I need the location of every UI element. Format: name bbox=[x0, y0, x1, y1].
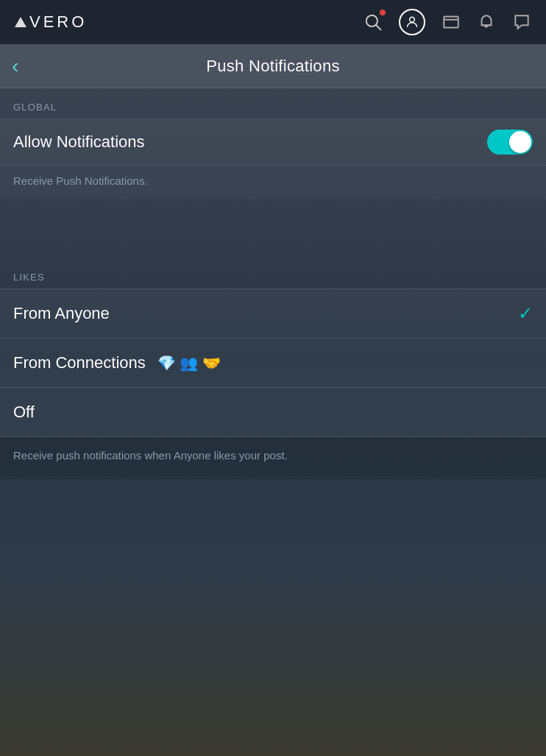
option-from-connections-label: From Connections 💎 👥 🤝 bbox=[13, 353, 221, 372]
option-off-label: Off bbox=[13, 403, 35, 422]
search-icon-nav[interactable] bbox=[364, 13, 383, 32]
logo-triangle bbox=[15, 17, 26, 27]
allow-notifications-toggle[interactable] bbox=[487, 130, 533, 155]
content-area: GLOBAL Allow Notifications Receive Push … bbox=[0, 88, 546, 756]
svg-rect-3 bbox=[444, 16, 458, 27]
bell-icon-nav[interactable] bbox=[477, 13, 496, 32]
bell-svg bbox=[477, 13, 496, 32]
page-title: Push Notifications bbox=[206, 57, 340, 76]
allow-notifications-row[interactable]: Allow Notifications bbox=[0, 119, 546, 165]
likes-description-text: Receive push notifications when Anyone l… bbox=[13, 449, 288, 462]
from-anyone-checkmark: ✓ bbox=[518, 303, 533, 324]
svg-point-2 bbox=[410, 17, 415, 22]
search-svg bbox=[364, 13, 383, 32]
toggle-knob bbox=[509, 131, 531, 153]
header-bar: ‹ Push Notifications bbox=[0, 44, 546, 88]
chat-svg bbox=[512, 13, 531, 32]
allow-notifications-label: Allow Notifications bbox=[13, 133, 145, 152]
svg-line-1 bbox=[376, 25, 381, 30]
logo: VERO bbox=[15, 13, 87, 32]
global-section-label: GLOBAL bbox=[0, 88, 546, 119]
option-from-connections[interactable]: From Connections 💎 👥 🤝 bbox=[0, 339, 546, 387]
option-from-anyone-label: From Anyone bbox=[13, 304, 110, 323]
search-badge bbox=[380, 10, 386, 15]
spacer-area bbox=[0, 199, 546, 258]
profile-circle bbox=[399, 9, 425, 35]
svg-point-0 bbox=[366, 15, 377, 27]
global-description-text: Receive Push Notifications. bbox=[13, 174, 148, 187]
global-description-row: Receive Push Notifications. bbox=[0, 166, 546, 199]
likes-description-row: Receive push notifications when Anyone l… bbox=[0, 437, 546, 479]
nav-bar: VERO bbox=[0, 0, 546, 44]
option-off[interactable]: Off bbox=[0, 388, 546, 437]
profile-icon-nav[interactable] bbox=[399, 9, 425, 35]
back-button[interactable]: ‹ bbox=[12, 56, 18, 77]
profile-person-svg bbox=[405, 15, 419, 29]
likes-section-label: LIKES bbox=[0, 258, 546, 289]
nav-pointer bbox=[405, 35, 419, 43]
chat-icon-nav[interactable] bbox=[512, 13, 531, 32]
connections-icons: 💎 👥 🤝 bbox=[157, 354, 221, 372]
nav-icons bbox=[364, 9, 531, 35]
posts-svg bbox=[442, 13, 461, 32]
back-chevron-icon: ‹ bbox=[12, 56, 18, 77]
option-from-anyone[interactable]: From Anyone ✓ bbox=[0, 289, 546, 338]
logo-text: VERO bbox=[29, 13, 87, 32]
posts-icon-nav[interactable] bbox=[442, 13, 461, 32]
